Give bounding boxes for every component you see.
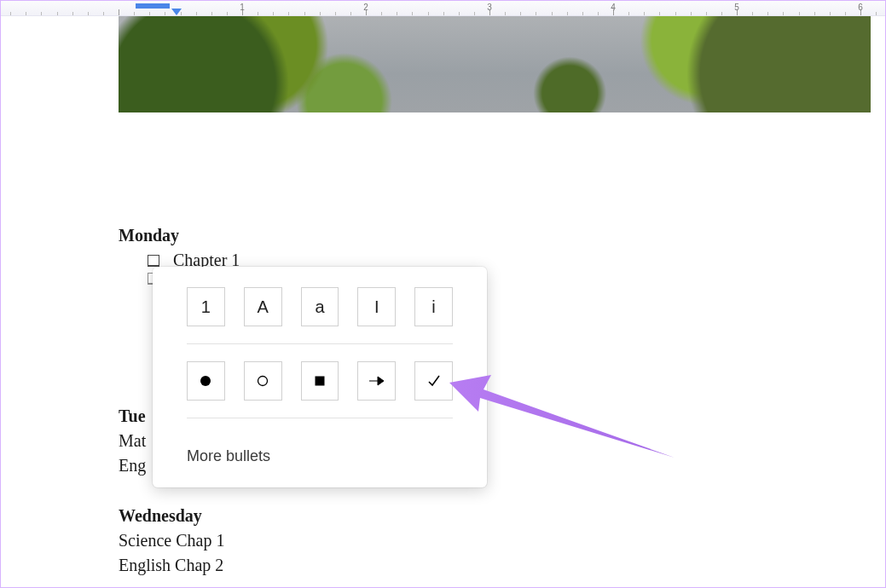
- ruler-number: 6: [858, 3, 863, 12]
- svg-point-1: [258, 377, 268, 386]
- numbered-list-row: 1 A a I i: [187, 287, 453, 326]
- arrow-icon: [368, 375, 385, 387]
- ruler-number: 4: [611, 3, 616, 12]
- bullet-option-arrow[interactable]: [357, 361, 396, 401]
- ruler-first-line-indent[interactable]: [171, 9, 182, 15]
- list-option-numeric[interactable]: 1: [187, 287, 225, 326]
- ruler-number: 3: [487, 3, 492, 12]
- circle-icon: [257, 375, 269, 387]
- check-icon: [426, 373, 442, 389]
- list-option-upper-roman[interactable]: I: [357, 287, 396, 326]
- more-bullets-button[interactable]: More bullets: [180, 435, 460, 477]
- horizontal-ruler[interactable]: 123456: [1, 1, 885, 16]
- ruler-number: 1: [240, 3, 245, 12]
- svg-rect-2: [315, 377, 324, 386]
- popup-divider: [187, 343, 453, 344]
- day-heading-wednesday[interactable]: Wednesday: [119, 504, 885, 528]
- bullet-style-popup: 1 A a I i More bullets: [153, 267, 487, 487]
- checkbox-icon[interactable]: [148, 255, 159, 267]
- bullet-option-circle[interactable]: [244, 361, 282, 401]
- ruler-indent-left[interactable]: [136, 3, 170, 9]
- bullet-option-square[interactable]: [301, 361, 339, 401]
- day-heading-monday[interactable]: Monday: [119, 223, 885, 248]
- bullet-list-row: [187, 361, 453, 401]
- body-line[interactable]: English Chap 2: [119, 553, 885, 578]
- ruler-number: 5: [734, 3, 739, 12]
- header-image[interactable]: [119, 16, 871, 112]
- list-option-lower-roman[interactable]: i: [414, 287, 453, 326]
- bullet-option-check[interactable]: [414, 361, 453, 401]
- ruler-number: 2: [363, 3, 368, 12]
- list-option-upper-alpha[interactable]: A: [244, 287, 282, 326]
- body-line[interactable]: Science Chap 1: [119, 528, 885, 553]
- popup-divider: [187, 418, 453, 418]
- disc-icon: [200, 375, 211, 387]
- square-icon: [314, 375, 326, 387]
- list-option-lower-alpha[interactable]: a: [301, 287, 339, 326]
- bullet-option-disc[interactable]: [187, 361, 225, 401]
- svg-point-0: [200, 376, 211, 386]
